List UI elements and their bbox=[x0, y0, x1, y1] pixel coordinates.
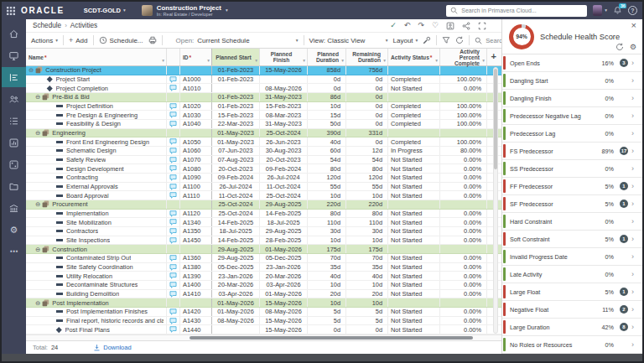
planned-finish-cell[interactable]: 01-May-2026 bbox=[260, 290, 308, 298]
planned-duration-cell[interactable]: 10d bbox=[308, 102, 346, 111]
planned-duration-cell[interactable]: 15d bbox=[308, 111, 346, 119]
planned-finish-cell[interactable]: 28-Feb-2025 bbox=[260, 236, 308, 245]
column-header-name[interactable]: Name*▾ bbox=[26, 49, 167, 65]
planned-start-cell[interactable]: 07-Aug-2023 bbox=[212, 156, 260, 164]
id-cell[interactable]: A1430 bbox=[180, 317, 212, 325]
planned-start-cell[interactable]: 01-Feb-2023 bbox=[212, 102, 260, 111]
collapse-icon[interactable]: ⊖ bbox=[35, 201, 40, 208]
remaining-duration-cell[interactable]: 80d bbox=[346, 164, 388, 173]
planned-duration-cell[interactable]: 10d bbox=[308, 236, 346, 245]
percent-complete-cell[interactable]: 100.00% bbox=[440, 137, 487, 146]
planned-duration-cell[interactable]: 390d bbox=[308, 129, 346, 137]
activity-row[interactable]: Final report, historic records and claim… bbox=[26, 317, 501, 326]
planned-finish-cell[interactable]: 15-May-2026 bbox=[260, 298, 308, 307]
planned-duration-cell[interactable]: 175d bbox=[308, 245, 346, 253]
percent-complete-cell[interactable]: 100.00% bbox=[440, 120, 487, 128]
filter-icon[interactable] bbox=[442, 36, 450, 44]
planned-start-cell[interactable]: 01-May-2023 bbox=[212, 129, 260, 137]
planned-start-cell[interactable]: 01-Feb-2023 bbox=[212, 93, 260, 101]
column-menu-icon[interactable]: ▾ bbox=[435, 58, 438, 64]
health-item[interactable]: Invalid Progress Date0%› bbox=[502, 248, 642, 266]
activity-row[interactable]: Schematic DesignA106007-Jun-202330-Aug-2… bbox=[26, 147, 501, 156]
planned-finish-cell[interactable]: 08-May-2026 bbox=[260, 308, 308, 316]
activity-row[interactable]: Site InspectionsA145014-Feb-202528-Feb-2… bbox=[26, 236, 501, 246]
percent-complete-cell[interactable] bbox=[440, 245, 487, 253]
milestone-row[interactable]: Project CompletionA101008-May-20260d0dNo… bbox=[26, 84, 501, 93]
breadcrumb-schedule[interactable]: Schedule bbox=[33, 22, 61, 29]
activity-status-cell[interactable]: Not Started bbox=[388, 236, 440, 245]
health-item[interactable]: Hard Constraint0%› bbox=[502, 213, 642, 231]
name-cell[interactable]: Schematic Design bbox=[26, 147, 167, 155]
planned-start-cell[interactable]: 14-Feb-2025 bbox=[212, 218, 260, 226]
percent-complete-cell[interactable]: 0.00% bbox=[440, 84, 487, 92]
activity-status-cell[interactable]: Completed bbox=[388, 120, 440, 128]
wbs-row[interactable]: ⊖Construction29-Aug-202501-May-2026175d1… bbox=[26, 245, 501, 254]
percent-complete-cell[interactable]: 100.00% bbox=[440, 75, 487, 84]
remaining-duration-cell[interactable]: 0d bbox=[346, 137, 388, 146]
planned-finish-cell[interactable]: 09-Feb-2024 bbox=[260, 164, 308, 173]
actions-button[interactable]: Actions ▾ bbox=[31, 37, 58, 44]
planned-start-cell[interactable]: 05-Dec-2025 bbox=[212, 263, 260, 272]
activity-status-cell[interactable] bbox=[388, 298, 440, 307]
percent-complete-cell[interactable]: 0.00% bbox=[440, 308, 487, 316]
planned-start-cell[interactable]: 22-Mar-2023 bbox=[212, 120, 260, 128]
activity-row[interactable]: Site Safety CoordinationA138005-Dec-2025… bbox=[26, 263, 501, 272]
planned-start-cell[interactable]: 09-Feb-2024 bbox=[212, 174, 260, 182]
id-cell[interactable] bbox=[180, 93, 212, 101]
remaining-duration-cell[interactable]: 30d bbox=[346, 227, 388, 236]
chat-icon[interactable] bbox=[169, 103, 177, 110]
planned-start-cell[interactable]: 18-Jul-2025 bbox=[212, 227, 260, 236]
activity-row[interactable]: Safety ReviewA107007-Aug-202320-Oct-2023… bbox=[26, 156, 501, 165]
activity-status-cell[interactable]: Not Started bbox=[388, 263, 440, 272]
planned-finish-cell[interactable]: 08-May-2026 bbox=[260, 84, 308, 92]
planned-start-cell[interactable]: 07-Jun-2023 bbox=[212, 147, 260, 155]
percent-complete-cell[interactable]: 0.00% bbox=[440, 210, 487, 218]
name-cell[interactable]: Project Definition bbox=[26, 102, 167, 111]
planned-duration-cell[interactable]: 0d bbox=[308, 325, 346, 334]
planned-finish-cell[interactable] bbox=[260, 75, 308, 84]
sidebar-item-dashboard[interactable] bbox=[2, 45, 26, 65]
wbs-row[interactable]: ⊖Engineering01-May-202325-Oct-2024390d33… bbox=[26, 129, 501, 138]
activity-status-cell[interactable]: Not Started bbox=[388, 281, 440, 289]
activity-row[interactable]: Decontaminate StructuresA140020-Mar-2026… bbox=[26, 281, 501, 290]
planned-duration-cell[interactable]: 110d bbox=[308, 218, 346, 226]
chat-icon[interactable] bbox=[169, 272, 177, 279]
column-menu-icon[interactable]: ▾ bbox=[341, 58, 344, 64]
collapse-icon[interactable]: ⊖ bbox=[29, 67, 34, 74]
name-cell[interactable]: Final report, historic records and claim… bbox=[26, 317, 167, 325]
activity-status-cell[interactable]: Not Started bbox=[388, 325, 440, 334]
health-item[interactable]: Large Float5%1› bbox=[502, 283, 642, 301]
planned-start-cell[interactable]: 29-Aug-2025 bbox=[212, 254, 260, 262]
health-item[interactable]: FF Predecessor5%1› bbox=[502, 178, 642, 195]
planned-duration-cell[interactable]: 40d bbox=[308, 272, 346, 280]
planned-duration-cell[interactable]: 10d bbox=[308, 281, 346, 289]
project-selector[interactable]: Construction Project In: Real Estate / D… bbox=[142, 5, 228, 17]
redo-icon[interactable]: ↷ bbox=[418, 22, 424, 29]
close-icon[interactable]: × bbox=[631, 21, 636, 30]
download-button[interactable]: Download bbox=[93, 344, 131, 351]
name-cell[interactable]: Project Start bbox=[26, 75, 167, 84]
id-cell[interactable]: A1450 bbox=[180, 236, 212, 245]
name-cell[interactable]: Board Approval bbox=[26, 191, 167, 200]
planned-duration-cell[interactable]: 54d bbox=[308, 156, 346, 164]
planned-finish-cell[interactable]: 01-May-2026 bbox=[260, 245, 308, 253]
planned-duration-cell[interactable]: 20d bbox=[308, 290, 346, 298]
activity-status-cell[interactable] bbox=[388, 93, 440, 101]
planned-finish-cell[interactable]: 05-Dec-2025 bbox=[260, 254, 308, 262]
planned-finish-cell[interactable]: 03-Apr-2026 bbox=[260, 281, 308, 289]
id-cell[interactable]: A1000 bbox=[180, 75, 212, 84]
name-cell[interactable]: Post Implementation Finishes bbox=[26, 308, 167, 316]
sidebar-item-settings[interactable]: ⚙ bbox=[2, 220, 26, 240]
sidebar-item-more[interactable]: ⋯ bbox=[2, 241, 26, 262]
planned-finish-cell[interactable]: 11-Oct-2024 bbox=[260, 183, 308, 191]
activity-status-cell[interactable]: Not Started bbox=[388, 183, 440, 191]
activity-row[interactable]: Contaminated Strip OutA136029-Aug-202505… bbox=[26, 254, 501, 263]
name-cell[interactable]: Contracting bbox=[26, 174, 167, 182]
column-menu-icon[interactable]: ▾ bbox=[383, 58, 386, 64]
collapse-icon[interactable]: ⊖ bbox=[35, 300, 40, 307]
name-cell[interactable]: Pre Design & Engineering bbox=[26, 111, 167, 119]
chat-icon[interactable] bbox=[169, 157, 177, 163]
planned-start-cell[interactable]: 15-Feb-2023 bbox=[212, 111, 260, 119]
planned-duration-cell[interactable]: 220d bbox=[308, 200, 346, 209]
add-column-button[interactable]: + bbox=[491, 51, 496, 61]
